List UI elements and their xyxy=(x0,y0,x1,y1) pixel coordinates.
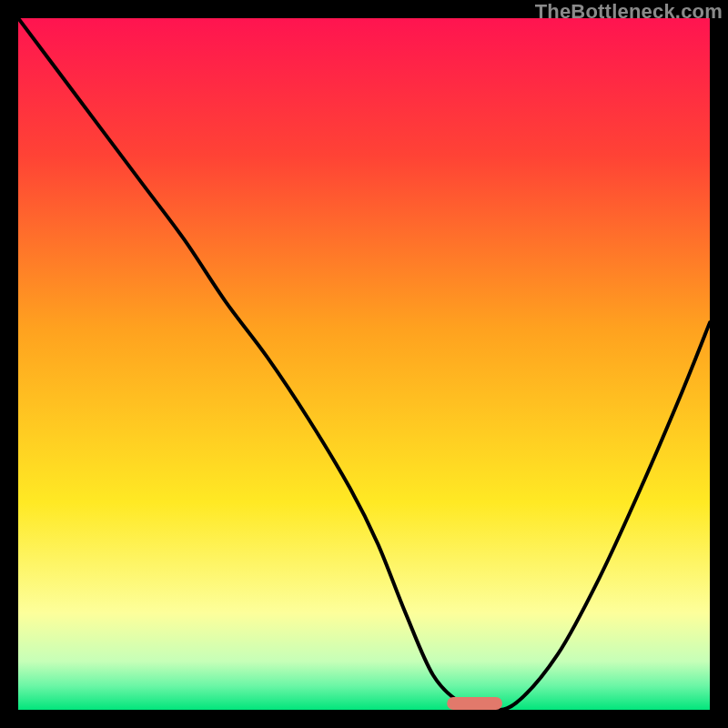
gradient-background xyxy=(18,18,710,710)
optimal-marker xyxy=(447,697,502,710)
chart-frame xyxy=(18,18,710,710)
watermark-text: TheBottleneck.com xyxy=(535,0,723,24)
bottleneck-chart xyxy=(18,18,710,710)
